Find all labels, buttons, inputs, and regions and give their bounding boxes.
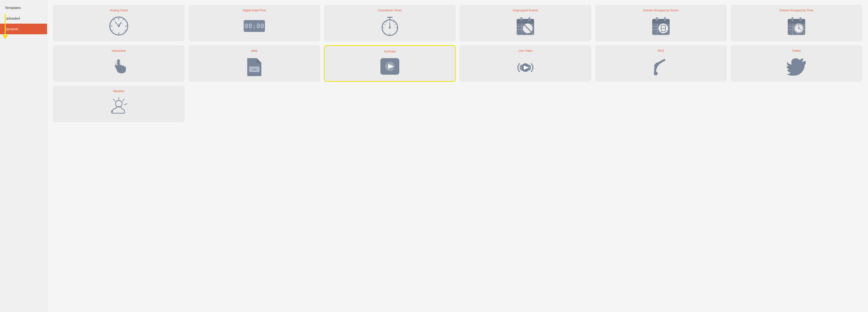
- svg-text:www: www: [252, 68, 257, 71]
- svg-rect-52: [664, 17, 666, 21]
- card-ungrouped-events[interactable]: Ungrouped Events: [460, 5, 591, 41]
- card-label-web: Web: [251, 49, 258, 53]
- svg-line-6: [114, 19, 115, 21]
- live-video-icon: [515, 55, 536, 78]
- card-web[interactable]: Web www: [188, 45, 320, 82]
- svg-line-80: [124, 104, 127, 105]
- interactive-icon: [109, 55, 129, 78]
- card-label-live-video: Live Video: [518, 49, 532, 53]
- card-label-events-grouped-time: Events Grouped by Time: [779, 8, 813, 12]
- svg-line-23: [384, 24, 385, 25]
- events-grouped-room-icon: [650, 15, 672, 37]
- weather-icon: [108, 95, 129, 118]
- sidebar-item-templates[interactable]: Templates: [0, 2, 47, 13]
- ungrouped-events-icon: [515, 15, 536, 37]
- svg-rect-37: [520, 17, 522, 21]
- grid-row-3: Weather: [53, 86, 862, 122]
- card-events-grouped-time[interactable]: Events Grouped by Time: [731, 5, 862, 41]
- card-label-countdown-timer: Countdown Timer: [378, 8, 402, 12]
- card-rss[interactable]: RSS: [595, 45, 727, 82]
- svg-text:00:00: 00:00: [244, 22, 264, 30]
- svg-point-50: [661, 28, 662, 29]
- grid-row-2: Interactive Web: [53, 45, 862, 82]
- card-twitter[interactable]: Twitter: [731, 45, 862, 82]
- grid-row-1: Analog Clock: [53, 5, 862, 41]
- arrow-annotation: [2, 14, 8, 39]
- card-digital-datetime[interactable]: Digital Date/Time 00:00: [188, 5, 320, 41]
- sidebar: Templates Uploaded Dynamic: [0, 0, 47, 312]
- card-label-events-grouped-room: Events Grouped by Room: [643, 8, 679, 12]
- arrow-line: [5, 14, 6, 35]
- youtube-icon: [379, 56, 400, 77]
- card-events-grouped-room[interactable]: Events Grouped by Room: [595, 5, 727, 41]
- card-countdown-timer[interactable]: Countdown Timer: [324, 5, 456, 41]
- svg-line-8: [112, 30, 113, 31]
- svg-line-7: [124, 30, 126, 31]
- svg-rect-51: [656, 17, 658, 21]
- card-label-weather: Weather: [113, 89, 125, 93]
- svg-line-81: [113, 99, 115, 102]
- svg-rect-67: [800, 17, 801, 21]
- svg-point-65: [798, 28, 800, 29]
- card-label-interactive: Interactive: [112, 49, 126, 53]
- rss-icon: [651, 55, 670, 78]
- svg-point-82: [116, 101, 122, 107]
- card-live-video[interactable]: Live Video: [460, 45, 591, 82]
- svg-line-5: [123, 19, 124, 21]
- web-icon: www: [245, 55, 264, 78]
- svg-point-26: [389, 27, 391, 29]
- card-analog-clock[interactable]: Analog Clock: [53, 5, 185, 41]
- svg-line-21: [386, 22, 386, 23]
- card-interactive[interactable]: Interactive: [53, 45, 185, 82]
- card-weather[interactable]: Weather: [53, 86, 185, 122]
- card-label-rss: RSS: [658, 49, 664, 53]
- main-content: Analog Clock: [47, 0, 868, 312]
- card-youtube[interactable]: YouTube: [324, 45, 456, 82]
- digital-datetime-icon: 00:00: [243, 15, 266, 37]
- svg-point-77: [654, 72, 658, 76]
- svg-rect-38: [528, 17, 530, 21]
- card-label-ungrouped-events: Ungrouped Events: [513, 8, 538, 12]
- card-label-youtube: YouTube: [384, 50, 396, 53]
- card-label-twitter: Twitter: [792, 49, 801, 53]
- card-label-analog-clock: Analog Clock: [110, 8, 128, 12]
- countdown-timer-icon: [380, 15, 400, 37]
- svg-line-79: [122, 99, 124, 102]
- analog-clock-icon: [108, 15, 129, 37]
- svg-line-22: [393, 22, 394, 23]
- arrow-head: [2, 35, 8, 39]
- svg-point-11: [118, 25, 120, 27]
- events-grouped-time-icon: [786, 15, 807, 37]
- svg-rect-66: [792, 17, 794, 21]
- twitter-icon: [786, 55, 807, 78]
- card-label-digital-datetime: Digital Date/Time: [243, 8, 266, 12]
- svg-line-24: [394, 24, 396, 25]
- sidebar-label-templates: Templates: [5, 6, 21, 10]
